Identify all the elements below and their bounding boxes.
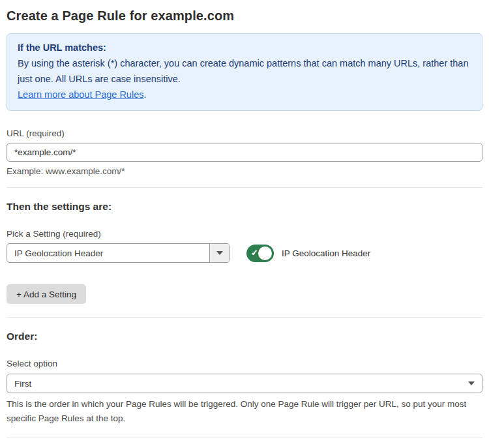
add-setting-button[interactable]: + Add a Setting <box>7 284 86 304</box>
setting-select-value: IP Geolocation Header <box>7 244 209 262</box>
chevron-down-icon <box>216 251 223 255</box>
order-select-label: Select option <box>7 359 482 368</box>
create-page-rule-form: Create a Page Rule for example.com If th… <box>0 8 489 448</box>
url-input[interactable] <box>7 143 482 162</box>
learn-more-link[interactable]: Learn more about Page Rules <box>18 89 143 100</box>
order-helper-text: This is the order in which your Page Rul… <box>7 397 482 426</box>
setting-select-arrow-button[interactable] <box>209 244 230 262</box>
divider <box>7 317 482 318</box>
page-title: Create a Page Rule for example.com <box>7 8 482 23</box>
url-match-info-box: If the URL matches: By using the asteris… <box>7 33 482 111</box>
ip-geolocation-toggle[interactable]: ✓ <box>246 245 274 262</box>
divider <box>7 438 482 438</box>
url-example-helper: Example: www.example.com/* <box>7 166 482 176</box>
setting-row: IP Geolocation Header ✓ IP Geolocation H… <box>7 243 482 263</box>
pick-setting-label: Pick a Setting (required) <box>7 229 482 239</box>
order-select[interactable]: First <box>7 374 482 393</box>
info-box-heading: If the URL matches: <box>18 40 471 55</box>
info-box-link-line: Learn more about Page Rules. <box>18 87 471 102</box>
setting-select[interactable]: IP Geolocation Header <box>7 243 230 263</box>
settings-section-heading: Then the settings are: <box>7 201 482 213</box>
link-suffix: . <box>143 89 146 100</box>
order-select-value: First <box>14 379 468 389</box>
info-box-body: By using the asterisk (*) character, you… <box>18 55 471 87</box>
url-field-label: URL (required) <box>7 128 482 138</box>
order-section-heading: Order: <box>7 331 482 342</box>
divider <box>7 187 482 188</box>
toggle-knob <box>257 245 273 261</box>
toggle-label: IP Geolocation Header <box>282 248 370 258</box>
chevron-down-icon <box>468 381 475 385</box>
